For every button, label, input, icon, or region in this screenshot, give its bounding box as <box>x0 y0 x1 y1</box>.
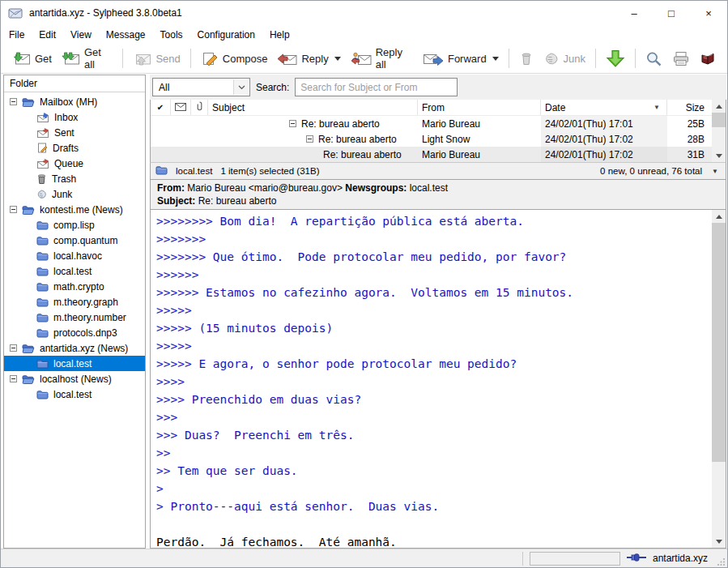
column-header-from[interactable]: From <box>418 100 541 115</box>
queue-icon <box>36 159 49 169</box>
totals-dropdown-icon[interactable]: ▼ <box>709 168 721 175</box>
search-input[interactable] <box>295 78 458 96</box>
compose-button[interactable]: Compose <box>196 49 273 69</box>
close-button[interactable]: × <box>690 1 727 25</box>
folder-item-comp-quantum[interactable]: comp.quantum <box>4 233 145 248</box>
chevron-down-icon[interactable] <box>492 57 499 61</box>
folder-item-kontesti-me-news[interactable]: kontesti.me (News) <box>4 202 145 217</box>
menu-view[interactable]: View <box>63 27 99 43</box>
get-button[interactable]: Get <box>7 49 57 69</box>
collapse-thread-icon[interactable] <box>289 120 296 127</box>
folder-item-math-crypto[interactable]: math.crypto <box>4 279 145 294</box>
maximize-button[interactable]: □ <box>653 1 690 25</box>
menu-help[interactable]: Help <box>262 27 297 43</box>
folder-label: local.havoc <box>53 250 102 262</box>
folder-item-trash[interactable]: Trash <box>4 171 145 186</box>
message-row[interactable]: Re: bureau abertoMario Bureau24/02/01(Th… <box>151 116 712 131</box>
quoted-line: >>>>>>>> Bom dia! A repartição pública e… <box>156 212 712 230</box>
folder-item-mailbox-mh[interactable]: Mailbox (MH) <box>4 94 145 109</box>
folder-item-local-test[interactable]: local.test <box>4 386 145 402</box>
column-header-unread[interactable] <box>171 100 191 115</box>
message-list-scrollbar[interactable] <box>712 100 726 162</box>
menu-edit[interactable]: Edit <box>32 27 63 43</box>
folder-item-m-theory-graph[interactable]: m.theory.graph <box>4 294 145 310</box>
trash-icon <box>36 173 47 184</box>
subject-label: Subject: <box>157 195 195 207</box>
collapse-icon[interactable] <box>10 206 17 213</box>
menu-file[interactable]: File <box>2 27 32 43</box>
junk-button[interactable]: Junk <box>539 49 590 68</box>
folder-item-local-test[interactable]: local.test <box>4 263 145 279</box>
menu-message[interactable]: Message <box>99 27 153 43</box>
collapse-icon[interactable] <box>10 98 17 105</box>
folder-item-inbox[interactable]: Inbox <box>4 109 145 125</box>
next-unread-button[interactable] <box>601 46 630 70</box>
quoted-line: >>>>> E agora, o senhor pode protocolar … <box>156 355 712 373</box>
collapse-icon[interactable] <box>10 344 17 352</box>
scroll-up-icon[interactable] <box>712 210 726 223</box>
folder-label: Junk <box>52 189 72 200</box>
folder-item-local-test[interactable]: local.test <box>4 356 145 371</box>
reply-button[interactable]: Reply <box>272 49 345 69</box>
folder-item-protocols-dnp3[interactable]: protocols.dnp3 <box>4 325 145 340</box>
message-row[interactable]: Re: bureau abertoMario Bureau24/02/01(Th… <box>151 147 712 162</box>
message-size: 28B <box>667 131 712 147</box>
search-button[interactable] <box>641 48 667 70</box>
message-row[interactable]: Re: bureau abertoLight Snow24/02/01(Thu)… <box>151 131 712 147</box>
chevron-down-icon[interactable] <box>334 57 341 61</box>
scrollbar-thumb[interactable] <box>712 113 726 127</box>
filter-scope-select[interactable]: All <box>152 78 250 96</box>
message-body[interactable]: >>>>>>>> Bom dia! A repartição pública e… <box>151 210 712 548</box>
folder-pane-header[interactable]: Folder <box>4 75 145 92</box>
folder-item-localhost-news[interactable]: localhost (News) <box>4 371 145 386</box>
message-body-scrollbar[interactable] <box>712 210 726 548</box>
scrollbar-thumb[interactable] <box>712 223 726 462</box>
folder-item-drafts[interactable]: Drafts <box>4 140 145 156</box>
folder-item-m-theory-number[interactable]: m.theory.number <box>4 310 145 325</box>
folder-item-sent[interactable]: Sent <box>4 125 145 140</box>
collapse-thread-icon[interactable] <box>306 135 313 143</box>
folder-item-antartida-xyz-news[interactable]: antartida.xyz (News) <box>4 340 145 356</box>
get-all-button[interactable]: Get all <box>57 43 117 74</box>
folder-pane: Folder Mailbox (MH)InboxSentDraftsQueueT… <box>3 75 146 549</box>
delete-button[interactable] <box>514 49 539 69</box>
collapse-icon[interactable] <box>10 375 17 382</box>
menu-tools[interactable]: Tools <box>153 27 190 43</box>
chevron-down-icon[interactable] <box>233 79 249 95</box>
column-header-attachment[interactable] <box>191 100 208 115</box>
folder-label: local.test <box>53 266 92 277</box>
minimize-button[interactable]: – <box>615 1 653 25</box>
folder-item-comp-lisp[interactable]: comp.lisp <box>4 217 145 233</box>
folder-icon <box>36 251 49 261</box>
column-header-size[interactable]: Size <box>667 100 712 115</box>
reply-all-button[interactable]: Reply all <box>346 43 419 74</box>
folder-item-junk[interactable]: Junk <box>4 186 145 202</box>
send-button[interactable]: Send <box>128 49 185 69</box>
message-date: 24/02/01(Thu) 17:01 <box>541 116 667 131</box>
folder-item-queue[interactable]: Queue <box>4 156 145 171</box>
inbox-icon <box>36 113 49 122</box>
forward-button[interactable]: Forward <box>419 49 504 69</box>
folder-icon <box>36 328 49 338</box>
folder-label: Queue <box>54 158 83 169</box>
scroll-down-icon[interactable] <box>712 535 726 548</box>
quoted-line: >>>>> (15 minutos depois) <box>156 319 712 337</box>
menu-configuration[interactable]: Configuration <box>190 27 262 43</box>
message-date: 24/02/01(Thu) 17:02 <box>541 131 667 147</box>
message-list: ✔ Subject From Date ▼ Size <box>150 100 726 162</box>
print-button[interactable] <box>667 48 695 70</box>
column-header-subject[interactable]: Subject <box>208 100 418 115</box>
resize-grip[interactable] <box>716 549 727 567</box>
toolbar-separator <box>122 49 123 68</box>
drafts-icon <box>36 143 48 153</box>
quoted-line: >>>>>> Estamos no cafezinho agora. Volta… <box>156 284 712 301</box>
toolbar-label: Get <box>35 53 52 65</box>
attachment-cell <box>191 116 208 131</box>
scroll-down-icon[interactable] <box>712 149 726 162</box>
column-header-date[interactable]: Date ▼ <box>541 100 667 115</box>
folder-item-local-havoc[interactable]: local.havoc <box>4 248 145 263</box>
scroll-up-icon[interactable] <box>712 100 726 113</box>
column-header-mark[interactable]: ✔ <box>151 100 171 115</box>
stop-button[interactable] <box>695 48 721 69</box>
message-subject: Re: bureau aberto <box>301 118 380 130</box>
